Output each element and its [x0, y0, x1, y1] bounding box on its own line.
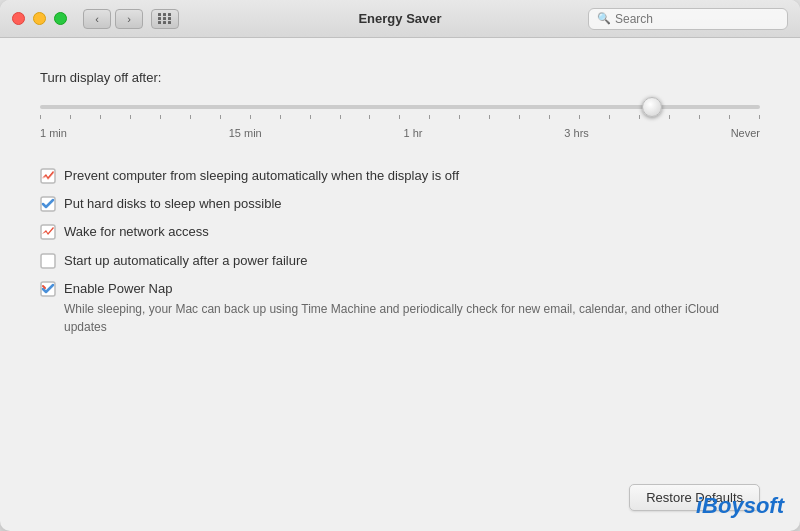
- slider-mark-never: Never: [731, 127, 760, 139]
- tick: [100, 115, 101, 119]
- tick: [40, 115, 41, 119]
- search-input[interactable]: [615, 12, 779, 26]
- tick: [669, 115, 670, 119]
- slider-wrapper: 1 min 15 min 1 hr 3 hrs Never: [40, 95, 760, 139]
- option-hard-disk: Put hard disks to sleep when possible: [40, 195, 760, 213]
- svg-rect-6: [41, 254, 55, 268]
- close-button[interactable]: [12, 12, 25, 25]
- tick: [160, 115, 161, 119]
- svg-line-8: [43, 286, 45, 288]
- main-window: ‹ › Energy Saver 🔍 Turn display off afte…: [0, 0, 800, 531]
- tick: [699, 115, 700, 119]
- option-wake-network: Wake for network access: [40, 223, 760, 241]
- slider-mark-3hrs: 3 hrs: [564, 127, 588, 139]
- watermark: iBoysoft: [696, 493, 784, 519]
- option-power-nap: Enable Power Nap While sleeping, your Ma…: [40, 280, 760, 336]
- option-startup-label: Start up automatically after a power fai…: [64, 252, 308, 270]
- traffic-lights: [12, 12, 67, 25]
- tick: [280, 115, 281, 119]
- tick: [130, 115, 131, 119]
- option-wake-network-label: Wake for network access: [64, 223, 209, 241]
- tick: [310, 115, 311, 119]
- bottom-bar: Restore Defaults: [40, 464, 760, 511]
- tick: [639, 115, 640, 119]
- checkbox-hard-disk[interactable]: [40, 196, 56, 212]
- svg-rect-0: [41, 169, 55, 183]
- checkbox-startup[interactable]: [40, 253, 56, 269]
- search-box[interactable]: 🔍: [588, 8, 788, 30]
- option-prevent-sleep: Prevent computer from sleeping automatic…: [40, 167, 760, 185]
- search-icon: 🔍: [597, 12, 611, 25]
- back-icon: ‹: [95, 13, 99, 25]
- tick: [250, 115, 251, 119]
- tick: [70, 115, 71, 119]
- tick: [459, 115, 460, 119]
- tick: [549, 115, 550, 119]
- svg-rect-4: [41, 225, 55, 239]
- nav-buttons: ‹ ›: [83, 9, 143, 29]
- forward-icon: ›: [127, 13, 131, 25]
- titlebar: ‹ › Energy Saver 🔍: [0, 0, 800, 38]
- tick: [519, 115, 520, 119]
- display-off-slider[interactable]: [40, 105, 760, 109]
- slider-section: Turn display off after:: [40, 70, 760, 139]
- option-power-nap-label: Enable Power Nap: [64, 280, 760, 298]
- option-power-nap-group: Enable Power Nap While sleeping, your Ma…: [64, 280, 760, 336]
- checkbox-prevent-sleep[interactable]: [40, 168, 56, 184]
- tick: [579, 115, 580, 119]
- watermark-text: iBoysoft: [696, 493, 784, 518]
- slider-labels: 1 min 15 min 1 hr 3 hrs Never: [40, 127, 760, 139]
- option-power-nap-subtext: While sleeping, your Mac can back up usi…: [64, 300, 760, 336]
- slider-mark-1hr: 1 hr: [404, 127, 423, 139]
- option-prevent-sleep-label: Prevent computer from sleeping automatic…: [64, 167, 459, 185]
- grid-button[interactable]: [151, 9, 179, 29]
- option-startup: Start up automatically after a power fai…: [40, 252, 760, 270]
- tick: [369, 115, 370, 119]
- tick: [429, 115, 430, 119]
- grid-icon: [158, 13, 172, 24]
- tick: [220, 115, 221, 119]
- slider-label: Turn display off after:: [40, 70, 760, 85]
- slider-mark-1min: 1 min: [40, 127, 67, 139]
- tick: [399, 115, 400, 119]
- maximize-button[interactable]: [54, 12, 67, 25]
- minimize-button[interactable]: [33, 12, 46, 25]
- slider-mark-15min: 15 min: [229, 127, 262, 139]
- forward-button[interactable]: ›: [115, 9, 143, 29]
- tick: [729, 115, 730, 119]
- option-hard-disk-label: Put hard disks to sleep when possible: [64, 195, 282, 213]
- tick: [489, 115, 490, 119]
- tick: [340, 115, 341, 119]
- checkbox-power-nap[interactable]: [40, 281, 56, 297]
- back-button[interactable]: ‹: [83, 9, 111, 29]
- options-section: Prevent computer from sleeping automatic…: [40, 167, 760, 336]
- tick: [759, 115, 760, 119]
- tick: [609, 115, 610, 119]
- checkbox-wake-network[interactable]: [40, 224, 56, 240]
- tick: [190, 115, 191, 119]
- content-area: Turn display off after:: [0, 38, 800, 531]
- window-title: Energy Saver: [358, 11, 441, 26]
